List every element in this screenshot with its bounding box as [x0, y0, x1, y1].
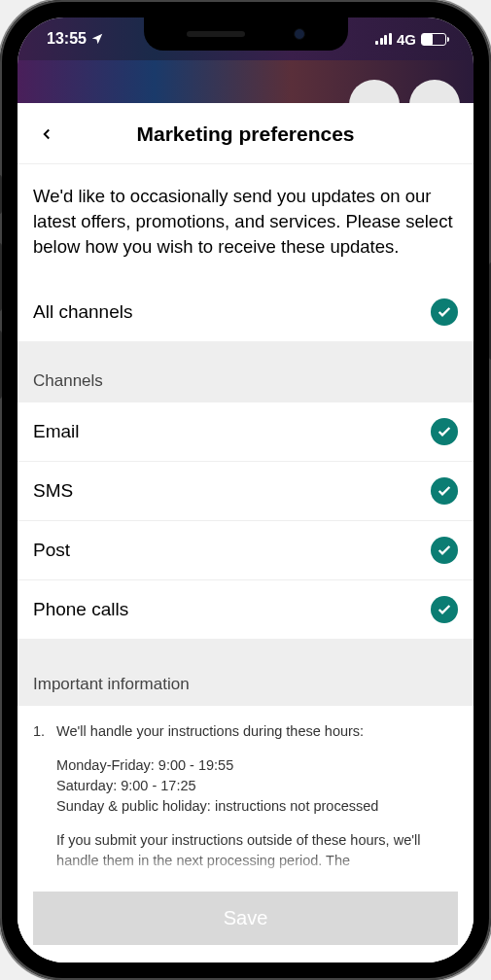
- hours-line-3: Sunday & public holiday: instructions no…: [56, 796, 458, 817]
- info-body: We'll handle your instructions during th…: [56, 721, 458, 880]
- save-button[interactable]: Save: [33, 892, 458, 945]
- page-title: Marketing preferences: [60, 122, 431, 146]
- channel-row-phone[interactable]: Phone calls: [18, 580, 473, 640]
- notch: [144, 18, 348, 51]
- speaker: [187, 31, 245, 37]
- channel-toggle-phone[interactable]: [431, 596, 458, 623]
- hours-line-1: Monday-Friday: 9:00 - 19:55: [56, 755, 458, 776]
- info-item-1: 1. We'll handle your instructions during…: [33, 721, 458, 880]
- channel-row-sms[interactable]: SMS: [18, 462, 473, 521]
- all-channels-row[interactable]: All channels: [18, 283, 473, 342]
- info-lead: We'll handle your instructions during th…: [56, 721, 458, 742]
- channel-toggle-post[interactable]: [431, 537, 458, 564]
- channels-section-header: Channels: [18, 342, 473, 402]
- volume-up-button: [0, 243, 2, 311]
- status-right: 4G: [375, 31, 446, 48]
- nav-header: Marketing preferences: [18, 103, 473, 164]
- info-hours: Monday-Friday: 9:00 - 19:55 Saturday: 9:…: [56, 755, 458, 817]
- status-time: 13:55: [47, 30, 87, 48]
- channel-row-email[interactable]: Email: [18, 402, 473, 462]
- phone-frame: 13:55 4G: [0, 0, 491, 980]
- channel-label: Email: [33, 421, 80, 442]
- status-left: 13:55: [47, 30, 104, 48]
- info-number: 1.: [33, 721, 45, 880]
- footer: Save: [18, 880, 473, 962]
- hours-line-2: Saturday: 9:00 - 17:25: [56, 776, 458, 796]
- channel-label: Post: [33, 540, 70, 561]
- info-followup: If you submit your instructions outside …: [56, 830, 458, 871]
- intro-text: We'd like to occasionally send you updat…: [18, 164, 473, 283]
- volume-down-button: [0, 331, 2, 399]
- scroll-area[interactable]: We'd like to occasionally send you updat…: [18, 164, 473, 880]
- check-icon: [437, 304, 452, 320]
- content: Marketing preferences We'd like to occas…: [18, 103, 473, 962]
- channel-toggle-email[interactable]: [431, 418, 458, 445]
- channel-toggle-sms[interactable]: [431, 477, 458, 505]
- back-button[interactable]: [33, 121, 60, 148]
- channel-row-post[interactable]: Post: [18, 521, 473, 580]
- check-icon: [437, 483, 452, 499]
- all-channels-label: All channels: [33, 301, 132, 323]
- front-camera: [294, 28, 305, 40]
- signal-icon: [375, 33, 392, 45]
- check-icon: [437, 424, 452, 439]
- check-icon: [437, 602, 452, 617]
- check-icon: [437, 542, 452, 558]
- all-channels-toggle[interactable]: [431, 298, 458, 326]
- screen: 13:55 4G: [18, 18, 473, 962]
- info-block: 1. We'll handle your instructions during…: [18, 706, 473, 880]
- channel-label: Phone calls: [33, 599, 128, 620]
- important-section-header: Important information: [18, 640, 473, 706]
- side-button: [0, 175, 2, 214]
- battery-icon: [421, 33, 446, 46]
- channel-label: SMS: [33, 480, 73, 502]
- chevron-left-icon: [38, 125, 55, 143]
- network-label: 4G: [397, 31, 416, 48]
- location-icon: [90, 32, 104, 46]
- background-peek: [18, 60, 473, 103]
